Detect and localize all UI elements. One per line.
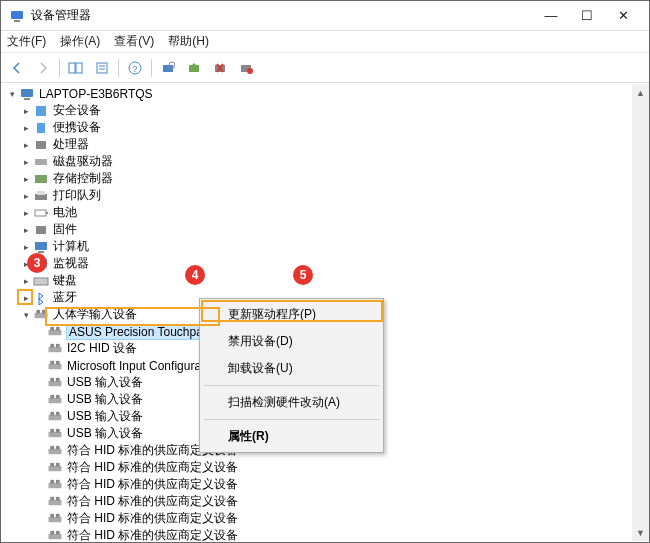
separator	[59, 59, 60, 77]
tree-label: 处理器	[53, 136, 89, 153]
tree-area: ▾ LAPTOP-E3B6RTQS ▸安全设备 ▸便携设备 ▸处理器 ▸磁盘驱动…	[1, 83, 649, 541]
tree-category[interactable]: ▸键盘	[1, 272, 649, 289]
hid-device-icon	[47, 393, 63, 407]
scroll-up-icon[interactable]: ▲	[632, 84, 649, 101]
svg-rect-55	[56, 429, 60, 433]
menubar: 文件(F) 操作(A) 查看(V) 帮助(H)	[1, 31, 649, 53]
tree-category[interactable]: ▸固件	[1, 221, 649, 238]
hid-device-icon	[47, 529, 63, 542]
diskdrive-icon	[33, 155, 49, 169]
tree-item[interactable]: 符合 HID 标准的供应商定义设备	[1, 527, 649, 541]
tree-label: 打印队列	[53, 187, 101, 204]
svg-rect-42	[50, 361, 54, 365]
svg-point-14	[247, 68, 253, 74]
svg-rect-48	[50, 395, 54, 399]
hid-device-icon	[47, 359, 63, 373]
tree-category[interactable]: ▸电池	[1, 204, 649, 221]
storage-icon	[33, 172, 49, 186]
disable-icon[interactable]	[236, 58, 256, 78]
expander-icon[interactable]: ▸	[19, 140, 33, 150]
tree-item[interactable]: 符合 HID 标准的供应商定义设备	[1, 476, 649, 493]
tree-label: 便携设备	[53, 119, 101, 136]
expander-icon[interactable]: ▾	[5, 89, 19, 99]
tree-label: 存储控制器	[53, 170, 113, 187]
hid-device-icon	[47, 376, 63, 390]
menu-uninstall-device[interactable]: 卸载设备(U)	[202, 355, 381, 382]
expander-icon[interactable]: ▸	[19, 293, 33, 303]
properties-icon[interactable]	[92, 58, 112, 78]
expander-icon[interactable]: ▸	[19, 276, 33, 286]
svg-rect-26	[36, 226, 46, 234]
tree-label: 符合 HID 标准的供应商定义设备	[67, 476, 238, 493]
tree-category[interactable]: ▸计算机	[1, 238, 649, 255]
forward-icon[interactable]	[33, 58, 53, 78]
back-icon[interactable]	[7, 58, 27, 78]
tree-label: 键盘	[53, 272, 77, 289]
update-driver-icon[interactable]	[184, 58, 204, 78]
tree-label: 符合 HID 标准的供应商定义设备	[67, 527, 238, 541]
tree-category[interactable]: ▸处理器	[1, 136, 649, 153]
expander-icon[interactable]: ▸	[19, 157, 33, 167]
menu-action[interactable]: 操作(A)	[60, 33, 100, 50]
scan-hardware-icon[interactable]	[158, 58, 178, 78]
help-icon[interactable]: ?	[125, 58, 145, 78]
monitor-icon	[33, 257, 49, 271]
expander-icon[interactable]: ▸	[19, 174, 33, 184]
tree-root[interactable]: ▾ LAPTOP-E3B6RTQS	[1, 85, 649, 102]
tree-category[interactable]: ▸安全设备	[1, 102, 649, 119]
svg-rect-24	[35, 210, 46, 216]
svg-rect-29	[35, 259, 47, 267]
scroll-down-icon[interactable]: ▼	[632, 524, 649, 541]
svg-rect-43	[56, 361, 60, 365]
tree-category[interactable]: ▸磁盘驱动器	[1, 153, 649, 170]
expander-icon[interactable]: ▸	[19, 208, 33, 218]
menu-view[interactable]: 查看(V)	[114, 33, 154, 50]
svg-rect-31	[34, 278, 48, 285]
expander-icon[interactable]: ▸	[19, 191, 33, 201]
processor-icon	[33, 138, 49, 152]
minimize-button[interactable]: —	[533, 8, 569, 23]
uninstall-icon[interactable]	[210, 58, 230, 78]
tree-category[interactable]: ▸打印队列	[1, 187, 649, 204]
svg-rect-30	[39, 268, 43, 270]
menu-disable-device[interactable]: 禁用设备(D)	[202, 328, 381, 355]
svg-rect-70	[56, 514, 60, 518]
close-button[interactable]: ✕	[605, 8, 641, 23]
tree-item[interactable]: 符合 HID 标准的供应商定义设备	[1, 459, 649, 476]
maximize-button[interactable]: ☐	[569, 8, 605, 23]
vertical-scrollbar[interactable]: ▲ ▼	[632, 84, 649, 541]
menu-file[interactable]: 文件(F)	[7, 33, 46, 50]
tree-category[interactable]: ▸便携设备	[1, 119, 649, 136]
menu-properties[interactable]: 属性(R)	[202, 423, 381, 450]
svg-rect-67	[56, 497, 60, 501]
hid-device-icon	[47, 461, 63, 475]
svg-rect-1	[14, 20, 20, 22]
expander-icon[interactable]: ▾	[19, 310, 33, 320]
expander-icon[interactable]: ▸	[19, 123, 33, 133]
svg-rect-34	[42, 310, 46, 314]
tree-label: USB 输入设备	[67, 374, 143, 391]
computer-cat-icon	[33, 240, 49, 254]
hid-icon	[33, 308, 49, 322]
tree-item[interactable]: 符合 HID 标准的供应商定义设备	[1, 493, 649, 510]
expander-icon[interactable]: ▸	[19, 106, 33, 116]
expander-icon[interactable]: ▸	[19, 225, 33, 235]
context-menu: 更新驱动程序(P) 禁用设备(D) 卸载设备(U) 扫描检测硬件改动(A) 属性…	[199, 298, 384, 453]
tree-label: 计算机	[53, 238, 89, 255]
tree-root-label: LAPTOP-E3B6RTQS	[39, 87, 153, 101]
computer-icon	[19, 87, 35, 101]
svg-rect-66	[50, 497, 54, 501]
menu-help[interactable]: 帮助(H)	[168, 33, 209, 50]
expander-icon[interactable]: ▸	[19, 259, 33, 269]
expander-icon[interactable]: ▸	[19, 242, 33, 252]
show-hidden-icon[interactable]	[66, 58, 86, 78]
svg-rect-46	[56, 378, 60, 382]
tree-label: 磁盘驱动器	[53, 153, 113, 170]
tree-category[interactable]: ▸监视器	[1, 255, 649, 272]
hid-device-icon	[47, 325, 63, 339]
tree-category[interactable]: ▸存储控制器	[1, 170, 649, 187]
svg-rect-27	[35, 242, 47, 250]
menu-scan-hardware[interactable]: 扫描检测硬件改动(A)	[202, 389, 381, 416]
menu-update-driver[interactable]: 更新驱动程序(P)	[202, 301, 381, 328]
tree-item[interactable]: 符合 HID 标准的供应商定义设备	[1, 510, 649, 527]
